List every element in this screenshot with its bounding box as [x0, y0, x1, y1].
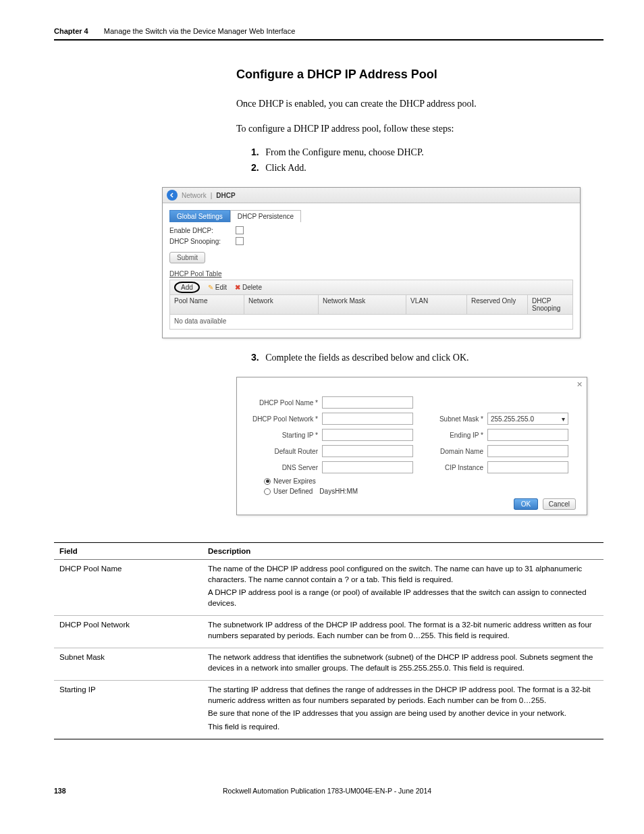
- publication-info: Rockwell Automation Publication 1783-UM0…: [223, 787, 431, 795]
- close-icon[interactable]: ✕: [576, 380, 583, 389]
- add-button-circled: Add: [174, 282, 200, 293]
- table-row: Starting IPThe starting IP address that …: [54, 681, 603, 739]
- field-name-cell: DHCP Pool Name: [54, 560, 203, 616]
- step-text: Complete the fields as described below a…: [265, 353, 468, 363]
- pool-table-body: No data available: [169, 315, 573, 330]
- field-desc-cell: The starting IP address that defines the…: [203, 681, 603, 739]
- delete-button[interactable]: ✖ Delete: [235, 284, 262, 291]
- step-text: Click Add.: [265, 163, 306, 173]
- pool-table-header: Pool Name Network Network Mask VLAN Rese…: [169, 295, 573, 315]
- col-pool-name: Pool Name: [170, 295, 244, 314]
- screenshot-dhcp-dialog: ✕ DHCP Pool Name * DHCP Pool Network * S…: [236, 377, 587, 515]
- col-dhcp-snooping: DHCP Snooping: [528, 295, 572, 314]
- field-desc-cell: The network address that identifies the …: [203, 648, 603, 681]
- step-2: 2. Click Add.: [251, 162, 603, 174]
- add-button[interactable]: Add: [181, 284, 193, 291]
- cip-instance-label: CIP Instance: [427, 464, 487, 471]
- col-reserved-only: Reserved Only: [467, 295, 528, 314]
- dhcp-pool-name-label: DHCP Pool Name *: [248, 399, 322, 407]
- never-expires-label: Never Expires: [273, 477, 316, 485]
- pool-table-title: DHCP Pool Table: [169, 270, 573, 278]
- desc-paragraph: This field is required.: [208, 722, 598, 733]
- running-header: Chapter 4 Manage the Switch via the Devi…: [54, 27, 603, 41]
- hhmm-label: HH:MM: [335, 488, 358, 495]
- intro-paragraph-2: To configure a DHCP IP address pool, fol…: [236, 122, 603, 136]
- chapter-label: Chapter 4: [54, 27, 88, 35]
- cancel-button[interactable]: Cancel: [543, 498, 576, 510]
- user-defined-radio[interactable]: [264, 488, 271, 495]
- pool-toolbar: Add ✎ Edit ✖ Delete: [169, 280, 573, 295]
- step-3: 3. Complete the fields as described belo…: [251, 352, 603, 363]
- field-name-cell: Subnet Mask: [54, 648, 203, 681]
- starting-ip-field[interactable]: [322, 429, 413, 441]
- dns-server-label: DNS Server: [248, 464, 322, 471]
- pencil-icon: ✎: [208, 284, 213, 291]
- desc-paragraph: The name of the DHCP IP address pool con…: [208, 564, 598, 585]
- desc-paragraph: The network address that identifies the …: [208, 652, 598, 673]
- edit-button[interactable]: ✎ Edit: [208, 284, 227, 291]
- cip-instance-field[interactable]: [487, 461, 568, 473]
- col-field: Field: [54, 543, 203, 560]
- page-number: 138: [54, 787, 223, 795]
- step-number: 3.: [251, 352, 259, 363]
- desc-paragraph: A DHCP IP address pool is a range (or po…: [208, 588, 598, 608]
- dhcp-pool-network-label: DHCP Pool Network *: [248, 415, 322, 423]
- default-router-field[interactable]: [322, 445, 413, 457]
- submit-button[interactable]: Submit: [169, 252, 205, 263]
- desc-paragraph: The starting IP address that defines the…: [208, 685, 598, 706]
- step-number: 2.: [251, 162, 259, 173]
- section-heading: Configure a DHCP IP Address Pool: [236, 68, 603, 82]
- page-footer: 138 Rockwell Automation Publication 1783…: [54, 787, 603, 795]
- breadcrumb-network[interactable]: Network: [182, 192, 207, 199]
- table-row: DHCP Pool NameThe name of the DHCP IP ad…: [54, 560, 603, 616]
- desc-paragraph: The subnetwork IP address of the DHCP IP…: [208, 620, 598, 641]
- screenshot-dhcp-panel: Network | DHCP Global Settings DHCP Pers…: [162, 187, 581, 338]
- subnet-mask-label: Subnet Mask *: [427, 415, 487, 423]
- ending-ip-field[interactable]: [487, 429, 568, 441]
- never-expires-radio[interactable]: [264, 478, 271, 485]
- col-vlan: VLAN: [406, 295, 467, 314]
- intro-paragraph-1: Once DHCP is enabled, you can create the…: [236, 97, 603, 111]
- breadcrumb-dhcp: DHCP: [216, 192, 235, 199]
- subnet-mask-value: 255.255.255.0: [491, 415, 534, 423]
- edit-label: Edit: [215, 284, 227, 291]
- step-1: 1. From the Configure menu, choose DHCP.: [251, 147, 603, 158]
- tab-dhcp-persistence[interactable]: DHCP Persistence: [230, 210, 301, 222]
- field-desc-cell: The subnetwork IP address of the DHCP IP…: [203, 616, 603, 648]
- days-label: Days: [319, 488, 335, 495]
- domain-name-field[interactable]: [487, 445, 568, 457]
- default-router-label: Default Router: [248, 448, 322, 455]
- back-icon[interactable]: [167, 190, 178, 201]
- col-network-mask: Network Mask: [319, 295, 406, 314]
- domain-name-label: Domain Name: [427, 448, 487, 455]
- field-name-cell: Starting IP: [54, 681, 203, 739]
- dhcp-pool-name-field[interactable]: [322, 396, 413, 409]
- enable-dhcp-label: Enable DHCP:: [169, 227, 230, 234]
- dhcp-pool-network-field[interactable]: [322, 413, 413, 425]
- col-description: Description: [203, 543, 603, 560]
- starting-ip-label: Starting IP *: [248, 432, 322, 439]
- ok-button[interactable]: OK: [514, 498, 538, 510]
- breadcrumb-separator: |: [211, 192, 213, 199]
- ending-ip-label: Ending IP *: [427, 432, 487, 439]
- field-name-cell: DHCP Pool Network: [54, 616, 203, 648]
- field-description-table: Field Description DHCP Pool NameThe name…: [54, 542, 603, 739]
- chevron-down-icon: ▾: [562, 415, 565, 423]
- chapter-title: Manage the Switch via the Device Manager…: [104, 27, 296, 35]
- step-number: 1.: [251, 147, 259, 157]
- user-defined-label: User Defined: [273, 488, 313, 495]
- breadcrumb-bar: Network | DHCP: [163, 188, 580, 203]
- subnet-mask-select[interactable]: 255.255.255.0 ▾: [487, 413, 568, 425]
- col-network: Network: [244, 295, 319, 314]
- table-row: DHCP Pool NetworkThe subnetwork IP addre…: [54, 616, 603, 648]
- dhcp-snooping-label: DHCP Snooping:: [169, 238, 230, 245]
- dns-server-field[interactable]: [322, 461, 413, 473]
- no-data-text: No data available: [174, 317, 226, 325]
- enable-dhcp-checkbox[interactable]: [236, 226, 244, 234]
- desc-paragraph: Be sure that none of the IP addresses th…: [208, 708, 598, 719]
- delete-icon: ✖: [235, 284, 240, 291]
- field-desc-cell: The name of the DHCP IP address pool con…: [203, 560, 603, 616]
- table-row: Subnet MaskThe network address that iden…: [54, 648, 603, 681]
- tab-global-settings[interactable]: Global Settings: [169, 210, 230, 222]
- dhcp-snooping-checkbox[interactable]: [236, 237, 244, 245]
